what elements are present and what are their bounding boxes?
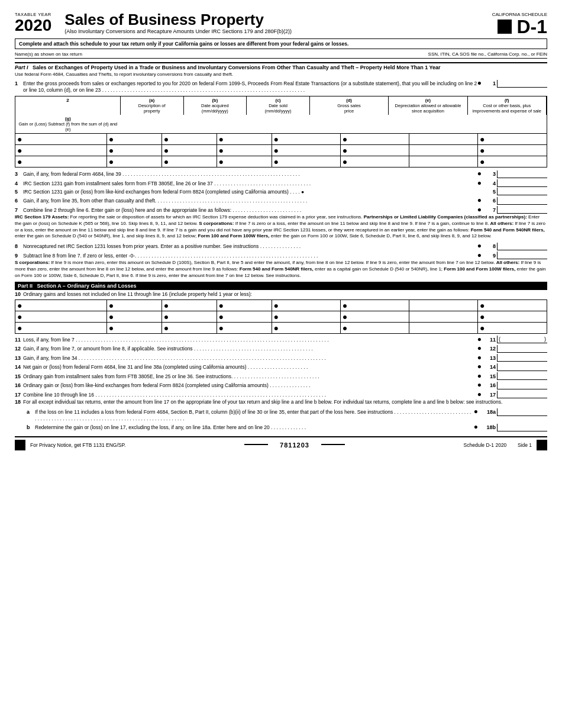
line10-number: 10 (15, 291, 23, 297)
line13-circle: ● (477, 353, 482, 362)
line6-answer[interactable] (497, 197, 547, 205)
line4-number: 4 (15, 181, 23, 186)
line18a-box-label: 18a (479, 409, 496, 415)
p2r3-col4: ● (272, 323, 341, 333)
line18a-answer[interactable] (497, 408, 547, 416)
col-f: (f)Cost or other basis, plus improvement… (468, 96, 547, 115)
row2-col5: ● (341, 145, 409, 156)
part2-header: Part II Section A – Ordinary Gains and L… (15, 282, 547, 290)
part2-title: Section A – Ordinary Gains and Losses (37, 283, 137, 289)
line11-open-paren: ( (499, 336, 500, 342)
line3-text: Gain, if any, from federal Form 4684, li… (23, 171, 477, 178)
p2r2-col2: ● (162, 311, 217, 322)
part1-instruction: Use federal Form 4684, Casualties and Th… (15, 72, 547, 77)
line15-box-label: 15 (483, 373, 496, 379)
form-id: D-1 (516, 17, 547, 36)
line6-box: 6 (483, 197, 547, 205)
line1-answer[interactable] (497, 80, 547, 88)
footer-privacy: For Privacy Notice, get FTB 1131 ENG/SP. (30, 442, 125, 448)
line1-row: 1 Enter the gross proceeds from sales or… (15, 79, 547, 94)
row1-col1: ● (107, 134, 162, 144)
line13-text: Gain, if any, from line 34 . . . . . . .… (23, 355, 477, 362)
col-a: (a)Description ofproperty (121, 96, 184, 115)
table-row: ● ● ● ● ● ● ● (15, 156, 547, 167)
line5-box: 5 (483, 188, 547, 195)
line5-answer[interactable] (497, 188, 547, 195)
line14-box-label: 14 (483, 364, 496, 370)
line16-box: 16 (483, 382, 547, 389)
line6-circle: ● (477, 196, 482, 204)
line14-answer[interactable] (497, 363, 547, 371)
p2r2-col5: ● (341, 311, 409, 322)
row3-col2: ● (162, 156, 217, 167)
line18b-box: 18b (479, 424, 547, 431)
line17-answer[interactable] (497, 391, 547, 398)
line7-answer[interactable] (497, 206, 547, 214)
main-title: Sales of Business Property (64, 12, 292, 27)
line18b-box-label: 18b (479, 424, 496, 430)
line18a-circle: ● (474, 407, 478, 415)
line18b-letter: b (27, 424, 35, 430)
line18b-answer[interactable] (497, 424, 547, 431)
line16-answer[interactable] (497, 382, 547, 389)
line11-circle: ● (477, 335, 482, 343)
row1-col7: ● (478, 134, 547, 144)
line11-answer[interactable]: ( ) (497, 336, 547, 343)
p2r2-col1: ● (107, 311, 162, 322)
warning-bar: Complete and attach this schedule to you… (15, 38, 547, 49)
part1-label: Part I (15, 65, 28, 70)
line5-box-label: 5 (483, 189, 496, 195)
footer-left-block: For Privacy Notice, get FTB 1131 ENG/SP. (15, 440, 125, 450)
p2r3-col7: ● (478, 323, 547, 333)
line12-answer[interactable] (497, 345, 547, 353)
row3-col3: ● (217, 156, 272, 167)
row2-col2: ● (162, 145, 217, 156)
p2r1-col3: ● (217, 300, 272, 311)
line18b-row: b Redetermine the gain or (loss) on line… (15, 423, 547, 431)
header-left: TAXABLE YEAR 2020 Sales of Business Prop… (15, 12, 292, 34)
lines11-17: 11 Loss, if any, from line 7 . . . . . .… (15, 335, 547, 431)
line3-row: 3 Gain, if any, from federal Form 4684, … (15, 169, 547, 178)
irc179-para: IRC Section 179 Assets: For reporting th… (15, 214, 547, 240)
p2r3-col3: ● (217, 323, 272, 333)
line1-box-label: 1 (483, 80, 496, 86)
name-label: Name(s) as shown on tax return (15, 51, 82, 57)
line8-box: 8 (483, 243, 547, 250)
part1-title: Sales or Exchanges of Property Used in a… (33, 65, 441, 70)
line13-answer[interactable] (497, 354, 547, 362)
line4-answer[interactable] (497, 179, 547, 187)
line11-close-paren: ) (544, 336, 546, 342)
line3-number: 3 (15, 171, 23, 177)
line1-text: Enter the gross proceeds from sales or e… (23, 80, 477, 94)
row1-col3: ● (217, 134, 272, 144)
footer-side: Side 1 (518, 442, 532, 448)
line12-row: 12 Gain, if any, from line 7, or amount … (15, 344, 547, 353)
line14-number: 14 (15, 364, 23, 370)
row1-col5: ● (341, 134, 409, 144)
line9-answer[interactable] (497, 252, 547, 259)
part2-table-row: ● ● ● ● ● ● ● (15, 311, 547, 323)
p2r1-col7: ● (478, 300, 547, 311)
line8-answer[interactable] (497, 243, 547, 250)
line17-row: 17 Combine line 10 through line 16 . . .… (15, 390, 547, 399)
row3-col6 (409, 156, 478, 167)
ssn-label: SSN, ITIN, CA SOS file no., California C… (428, 51, 547, 57)
line15-answer[interactable] (497, 372, 547, 380)
line18b-text: Redetermine the gain or (loss) on line 1… (35, 424, 474, 431)
footer-code: 7811203 (280, 442, 309, 449)
table-col-headers: 2 (a)Description ofproperty (b)Date acqu… (15, 96, 547, 134)
line7-number: 7 (15, 207, 23, 213)
line16-circle: ● (477, 381, 482, 389)
p2r3-col5: ● (341, 323, 409, 333)
row2-col7: ● (478, 145, 547, 156)
line17-circle: ● (477, 390, 482, 398)
line11-box: 11 ( ) (483, 336, 547, 343)
line6-number: 6 (15, 198, 23, 204)
p2r2-col4: ● (272, 311, 341, 322)
row3-col5: ● (341, 156, 409, 167)
col-2-label: 2 (15, 96, 121, 115)
line8-text: Nonrecaptured net IRC Section 1231 losse… (23, 243, 477, 250)
line8-number: 8 (15, 243, 23, 249)
line3-answer[interactable] (497, 170, 547, 178)
footer-black-square (15, 440, 25, 450)
